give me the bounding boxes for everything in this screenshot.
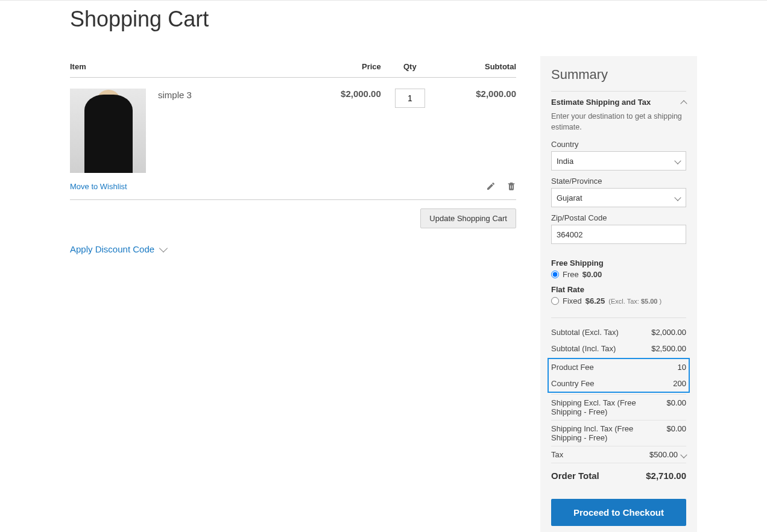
cart-table: Item Price Qty Subtotal simple 3 [70, 56, 516, 178]
flat-rate-opt-label: Fixed [563, 296, 582, 305]
zip-label: Zip/Postal Code [551, 213, 686, 222]
free-shipping-title: Free Shipping [551, 258, 686, 268]
free-shipping-price: $0.00 [582, 270, 602, 279]
estimate-shipping-toggle[interactable]: Estimate Shipping and Tax [551, 91, 686, 107]
cart-main: Item Price Qty Subtotal simple 3 [70, 56, 516, 255]
apply-discount-toggle[interactable]: Apply Discount Code [70, 244, 166, 254]
tax-label: Tax [551, 450, 563, 459]
col-subtotal: Subtotal [439, 56, 516, 78]
estimate-description: Enter your destination to get a shipping… [551, 111, 686, 133]
subtotal-excl-value: $2,000.00 [651, 328, 686, 337]
product-image[interactable] [70, 89, 146, 173]
col-item: Item [70, 56, 304, 78]
ship-excl-label: Shipping Excl. Tax (Free Shipping - Free… [551, 398, 642, 416]
quantity-input[interactable] [395, 89, 425, 108]
state-label: State/Province [551, 177, 686, 186]
chevron-down-icon [159, 243, 168, 252]
summary-title: Summary [551, 67, 686, 83]
country-label: Country [551, 140, 686, 149]
proceed-to-checkout-button[interactable]: Proceed to Checkout [551, 499, 686, 526]
apply-discount-label: Apply Discount Code [70, 244, 154, 254]
flat-rate-price: $6.25 [586, 296, 605, 305]
subtotal-excl-label: Subtotal (Excl. Tax) [551, 328, 619, 337]
chevron-up-icon [680, 100, 687, 107]
zip-input[interactable] [551, 225, 686, 244]
col-price: Price [304, 56, 381, 78]
free-shipping-opt-label: Free [563, 270, 579, 279]
country-select[interactable]: India [551, 151, 686, 171]
summary-sidebar: Summary Estimate Shipping and Tax Enter … [540, 56, 697, 532]
ship-incl-value: $0.00 [666, 424, 686, 442]
product-fee-value: 10 [678, 363, 686, 372]
flat-rate-radio[interactable] [551, 297, 559, 305]
flat-rate-title: Flat Rate [551, 285, 686, 294]
country-fee-value: 200 [673, 379, 686, 388]
free-shipping-option[interactable]: Free $0.00 [551, 270, 686, 279]
item-price: $2,000.00 [304, 78, 381, 178]
edit-icon[interactable] [486, 181, 496, 191]
free-shipping-radio[interactable] [551, 271, 559, 278]
subtotal-incl-value: $2,500.00 [651, 344, 686, 353]
trash-icon[interactable] [507, 181, 516, 191]
totals-block: Subtotal (Excl. Tax) $2,000.00 Subtotal … [551, 318, 686, 488]
flat-rate-option[interactable]: Fixed $6.25 (Excl. Tax: $5.00 ) [551, 296, 686, 305]
page-title: Shopping Cart [70, 7, 697, 32]
order-total-value: $2,710.00 [646, 471, 686, 481]
estimate-shipping-label: Estimate Shipping and Tax [551, 98, 651, 107]
table-row: simple 3 $2,000.00 $2,000.00 [70, 78, 516, 178]
order-total-label: Order Total [551, 471, 599, 481]
tax-row[interactable]: Tax $500.00 [551, 446, 686, 463]
country-fee-label: Country Fee [551, 379, 595, 388]
chevron-down-icon [680, 451, 687, 458]
col-qty: Qty [381, 56, 439, 78]
subtotal-incl-label: Subtotal (Incl. Tax) [551, 344, 616, 353]
state-select[interactable]: Gujarat [551, 188, 686, 207]
ship-excl-value: $0.00 [666, 398, 686, 416]
update-cart-button[interactable]: Update Shopping Cart [420, 208, 516, 228]
tax-value: $500.00 [649, 450, 678, 459]
product-name[interactable]: simple 3 [158, 90, 192, 173]
ship-incl-label: Shipping Incl. Tax (Free Shipping - Free… [551, 424, 642, 442]
move-to-wishlist-link[interactable]: Move to Wishlist [70, 182, 127, 191]
item-subtotal: $2,000.00 [439, 78, 516, 178]
flat-rate-excl-tax: (Excl. Tax: $5.00 ) [608, 298, 661, 305]
fee-highlight-box: Product Fee 10 Country Fee 200 [548, 358, 690, 393]
product-fee-label: Product Fee [551, 363, 594, 372]
